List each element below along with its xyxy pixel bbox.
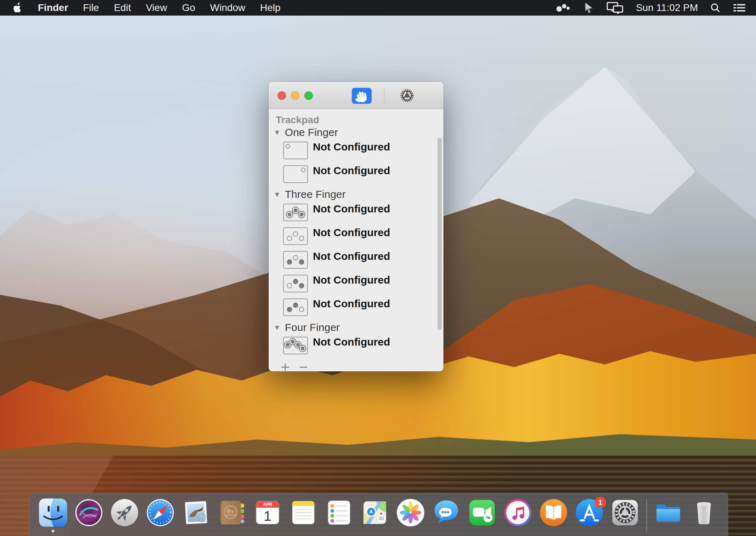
trackpad-gesture-icon: [283, 227, 308, 245]
dock-divider: [646, 500, 647, 532]
svg-text:3D: 3D: [378, 516, 384, 521]
dock-item-reminders[interactable]: [325, 498, 354, 527]
dock-item-books[interactable]: [539, 498, 568, 527]
dock-item-contacts[interactable]: [217, 498, 246, 527]
trackpad-gesture-icon: [283, 204, 308, 221]
gesture-dots-icon[interactable]: [556, 3, 572, 13]
disclosure-triangle-icon[interactable]: ▼: [274, 129, 281, 136]
trackpad-gesture-icon: [283, 251, 308, 269]
trackpad-gesture-icon: [283, 275, 308, 292]
dock-item-itunes[interactable]: [503, 498, 532, 527]
dock-item-notes[interactable]: [289, 498, 318, 527]
gesture-action-label: Not Configured: [313, 275, 390, 285]
gesture-row[interactable]: Not Configured: [283, 204, 436, 221]
finger-dot: [293, 232, 298, 237]
dock-item-maps[interactable]: 3D: [360, 498, 389, 527]
gesture-row[interactable]: Not Configured: [283, 275, 436, 292]
menu-view[interactable]: View: [138, 2, 174, 13]
folder-icon: [654, 498, 683, 527]
notes-icon: [289, 498, 318, 527]
finger-dot: [300, 212, 304, 216]
trash-icon: [689, 498, 718, 527]
photos-icon: [396, 498, 425, 527]
zoom-button[interactable]: [304, 91, 313, 100]
trackpad-gesture-icon: [283, 298, 308, 316]
dock-item-folder[interactable]: [654, 498, 683, 527]
trackpad-icon: [351, 87, 372, 104]
dock-item-calendar[interactable]: APR1: [253, 498, 282, 527]
contacts-icon: [217, 498, 246, 527]
dock-item-finder[interactable]: [39, 498, 68, 527]
menu-finder[interactable]: Finder: [30, 2, 76, 13]
dock-item-sysprefs[interactable]: [611, 498, 640, 527]
finger-dot: [301, 168, 305, 172]
disclosure-triangle-icon[interactable]: ▼: [274, 324, 281, 331]
gesture-row[interactable]: Not Configured: [283, 165, 436, 183]
dock-item-siri[interactable]: [74, 498, 103, 527]
menu-file[interactable]: File: [76, 2, 107, 13]
finger-dot: [293, 303, 298, 308]
dock-item-messages[interactable]: [432, 498, 461, 527]
toolbar-divider: [384, 87, 384, 104]
pointer-icon[interactable]: [584, 2, 594, 14]
finger-dot: [300, 347, 304, 350]
dock-item-launchpad[interactable]: [110, 498, 139, 527]
displays-icon[interactable]: [606, 2, 624, 14]
menu-edit[interactable]: Edit: [107, 2, 138, 13]
disclosure-triangle-icon[interactable]: ▼: [274, 191, 281, 198]
close-button[interactable]: [277, 91, 286, 100]
app-menus: FinderFileEditViewGoWindowHelp: [30, 2, 288, 13]
finger-dot: [294, 209, 298, 212]
gesture-row[interactable]: Not Configured: [283, 142, 436, 159]
menu-window[interactable]: Window: [202, 2, 253, 13]
section-three-finger: ▼Three FingerNot ConfiguredNot Configure…: [276, 188, 436, 316]
calendar-icon: APR1: [253, 498, 282, 527]
menu-bar: FinderFileEditViewGoWindowHelp Sun 11:02…: [0, 0, 756, 16]
trackpad-gesture-icon: [283, 142, 308, 159]
gesture-row[interactable]: Not Configured: [283, 251, 436, 269]
gesture-row[interactable]: Not Configured: [283, 227, 436, 245]
dock: APR13D1: [29, 493, 728, 536]
gesture-action-label: Not Configured: [313, 142, 390, 152]
menu-bar-clock[interactable]: Sun 11:02 PM: [636, 2, 698, 13]
toolbar-tab-settings[interactable]: [399, 87, 416, 104]
gesture-action-label: Not Configured: [313, 337, 390, 347]
gesture-action-label: Not Configured: [313, 204, 390, 214]
remove-gesture-button[interactable]: −: [299, 359, 308, 371]
gesture-sections: ▼One FingerNot ConfiguredNot Configured▼…: [276, 126, 436, 354]
dock-item-appstore[interactable]: 1: [575, 498, 604, 527]
dock-item-facetime[interactable]: [468, 498, 497, 527]
running-indicator: [52, 530, 55, 532]
launchpad-icon: [110, 498, 139, 527]
toolbar-tab-trackpad[interactable]: [351, 87, 372, 103]
gesture-row[interactable]: Not Configured: [283, 298, 436, 316]
dock-item-trash[interactable]: [689, 498, 718, 527]
finger-dot: [286, 343, 290, 347]
finger-dot: [299, 283, 304, 288]
svg-text:APR: APR: [263, 502, 272, 507]
gesture-row[interactable]: Not Configured: [283, 337, 436, 354]
dock-item-safari[interactable]: [146, 498, 175, 527]
apple-menu[interactable]: [9, 2, 25, 13]
section-header: ▼Four Finger: [274, 321, 436, 334]
notification-center-icon[interactable]: [733, 3, 746, 13]
menu-help[interactable]: Help: [253, 2, 288, 13]
search-icon[interactable]: [710, 2, 721, 13]
minimize-button[interactable]: [291, 91, 299, 100]
settings-gear-icon: [399, 87, 416, 104]
books-icon: [539, 498, 568, 527]
finger-dot: [299, 307, 304, 312]
add-gesture-button[interactable]: +: [281, 359, 290, 371]
scrollbar-thumb[interactable]: [437, 138, 442, 330]
window-titlebar[interactable]: [269, 82, 443, 109]
finger-dot: [296, 343, 300, 347]
dock-item-mail[interactable]: [182, 498, 211, 527]
finger-dot: [287, 212, 291, 216]
dock-item-photos[interactable]: [396, 498, 425, 527]
menu-go[interactable]: Go: [174, 2, 202, 13]
finder-icon: [39, 498, 68, 527]
section-label: Four Finger: [285, 321, 340, 333]
section-one-finger: ▼One FingerNot ConfiguredNot Configured: [276, 126, 436, 183]
gesture-action-label: Not Configured: [313, 251, 390, 262]
trackpad-gesture-icon: [283, 165, 308, 183]
